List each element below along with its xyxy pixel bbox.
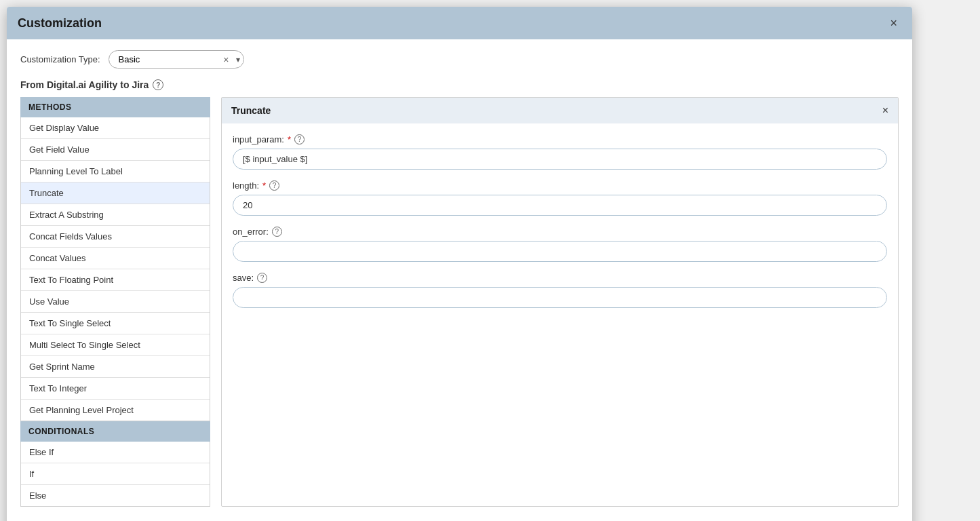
truncate-panel-close-button[interactable]: ×	[882, 104, 888, 117]
conditional-item-if[interactable]: If	[21, 463, 210, 485]
method-item-text-to-floating-point[interactable]: Text To Floating Point	[21, 269, 210, 291]
conditional-item-else[interactable]: Else	[21, 485, 210, 506]
methods-panel: METHODS Get Display Value Get Field Valu…	[20, 97, 210, 507]
method-item-text-to-integer[interactable]: Text To Integer	[21, 378, 210, 400]
field-label-input-param-text: input_param:	[233, 134, 284, 144]
method-item-multi-select-to-single-select[interactable]: Multi Select To Single Select	[21, 334, 210, 356]
modal-header: Customization ×	[7, 7, 912, 39]
modal-footer: Save as Draft	[7, 518, 912, 521]
field-input-input-param[interactable]	[233, 149, 887, 170]
modal-close-button[interactable]: ×	[886, 15, 901, 32]
methods-header: METHODS	[20, 97, 210, 117]
field-row-input-param: input_param: * ?	[233, 134, 887, 170]
field-input-save[interactable]	[233, 287, 887, 308]
customization-modal: Customization × Customization Type: Basi…	[7, 7, 912, 521]
customization-type-select-wrapper: Basic × ▾	[109, 50, 244, 69]
field-label-on-error: on_error: ?	[233, 227, 887, 237]
method-item-text-to-single-select[interactable]: Text To Single Select	[21, 313, 210, 334]
method-item-get-planning-level-project[interactable]: Get Planning Level Project	[21, 400, 210, 421]
method-item-get-display-value[interactable]: Get Display Value	[21, 117, 210, 139]
conditional-item-else-if[interactable]: Else If	[21, 442, 210, 463]
field-input-on-error[interactable]	[233, 241, 887, 262]
field-label-input-param: input_param: * ?	[233, 134, 887, 144]
field-help-icon-length[interactable]: ?	[269, 180, 279, 191]
field-required-length: *	[262, 180, 266, 191]
methods-list: Get Display Value Get Field Value Planni…	[20, 117, 210, 421]
conditionals-list: Else If If Else	[20, 442, 210, 507]
modal-body: Customization Type: Basic × ▾ From Digit…	[7, 39, 912, 518]
truncate-panel: Truncate × input_param: * ?	[221, 97, 899, 507]
truncate-panel-body: input_param: * ? length: * ?	[222, 123, 898, 319]
truncate-panel-header: Truncate ×	[222, 98, 898, 123]
method-item-use-value[interactable]: Use Value	[21, 291, 210, 313]
field-label-save-text: save:	[233, 273, 254, 283]
method-item-concat-fields-values[interactable]: Concat Fields Values	[21, 226, 210, 248]
content-area: METHODS Get Display Value Get Field Valu…	[20, 97, 899, 507]
section-help-icon[interactable]: ?	[153, 79, 163, 90]
method-item-concat-values[interactable]: Concat Values	[21, 248, 210, 269]
customization-type-label: Customization Type:	[20, 54, 100, 64]
field-label-length-text: length:	[233, 180, 259, 191]
customization-type-clear-button[interactable]: ×	[223, 54, 229, 65]
field-label-length: length: * ?	[233, 180, 887, 191]
modal-title: Customization	[18, 16, 102, 31]
field-help-icon-save[interactable]: ?	[257, 273, 267, 283]
customization-type-row: Customization Type: Basic × ▾	[20, 50, 899, 69]
field-help-icon-on-error[interactable]: ?	[272, 227, 282, 237]
method-item-planning-level-to-label[interactable]: Planning Level To Label	[21, 161, 210, 182]
truncate-panel-title: Truncate	[231, 105, 271, 116]
field-row-save: save: ?	[233, 273, 887, 308]
field-required-input-param: *	[288, 134, 291, 144]
field-row-length: length: * ?	[233, 180, 887, 216]
section-title: From Digital.ai Agility to Jira	[20, 79, 149, 90]
field-label-save: save: ?	[233, 273, 887, 283]
field-input-length[interactable]	[233, 195, 887, 216]
conditionals-header: CONDITIONALS	[20, 421, 210, 442]
method-item-truncate[interactable]: Truncate	[21, 182, 210, 204]
section-header: From Digital.ai Agility to Jira ?	[20, 79, 899, 90]
method-item-get-field-value[interactable]: Get Field Value	[21, 139, 210, 161]
method-item-get-sprint-name[interactable]: Get Sprint Name	[21, 356, 210, 378]
field-row-on-error: on_error: ?	[233, 227, 887, 262]
field-help-icon-input-param[interactable]: ?	[294, 134, 305, 144]
field-label-on-error-text: on_error:	[233, 227, 269, 237]
method-item-extract-a-substring[interactable]: Extract A Substring	[21, 204, 210, 226]
